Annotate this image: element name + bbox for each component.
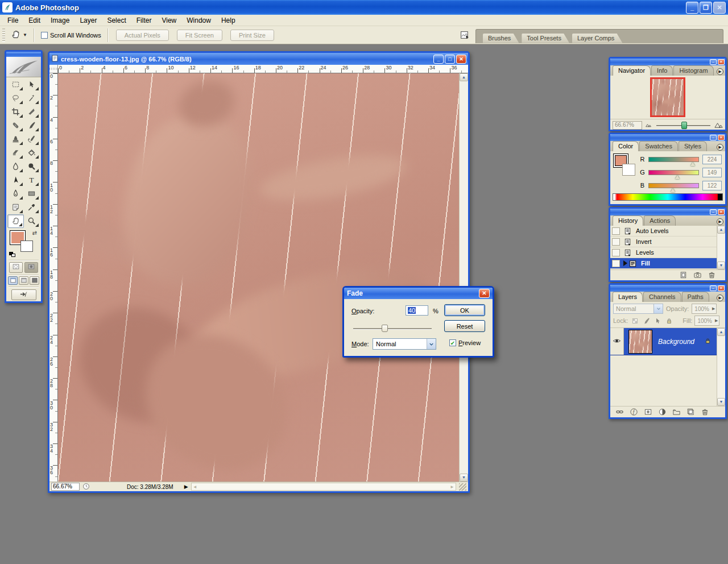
tab-paths[interactable]: Paths xyxy=(682,292,709,302)
fullscreen-button[interactable] xyxy=(30,276,39,285)
doc-minimize-button[interactable]: _ xyxy=(433,55,444,64)
blend-mode-dropdown[interactable]: Normal xyxy=(613,304,663,314)
panel-titlebar[interactable]: – ✕ xyxy=(610,59,725,65)
panel-titlebar[interactable]: – ✕ xyxy=(610,285,725,292)
panel-menu-icon[interactable]: ▶ xyxy=(717,68,723,75)
channel-slider[interactable] xyxy=(648,157,699,162)
chevron-down-icon[interactable] xyxy=(427,339,436,349)
healing-brush-tool[interactable] xyxy=(7,119,24,132)
chevron-down-icon[interactable] xyxy=(653,304,663,313)
opacity-slider[interactable] xyxy=(352,324,433,333)
ok-button[interactable]: OK xyxy=(444,304,485,316)
scroll-all-windows-checkbox[interactable]: Scroll All Windows xyxy=(38,31,104,40)
navigator-zoom-field[interactable]: 66.67% xyxy=(613,121,642,130)
pen-tool[interactable] xyxy=(7,187,24,201)
menu-filter[interactable]: Filter xyxy=(131,15,157,26)
history-source-checkbox[interactable] xyxy=(612,238,620,246)
menu-layer[interactable]: Layer xyxy=(75,15,102,26)
status-page-icon[interactable] xyxy=(82,483,90,491)
lasso-tool[interactable] xyxy=(7,92,24,105)
panel-titlebar[interactable]: – ✕ xyxy=(610,134,725,141)
add-layer-mask-icon[interactable] xyxy=(644,408,652,417)
tab-styles[interactable]: Styles xyxy=(679,141,707,151)
history-item-levels[interactable]: Levels xyxy=(610,247,717,258)
hand-tool[interactable] xyxy=(7,214,24,228)
opacity-input[interactable]: 40 xyxy=(406,305,428,316)
zoom-in-icon[interactable] xyxy=(714,121,723,130)
history-source-checkbox[interactable] xyxy=(612,227,620,235)
menu-window[interactable]: Window xyxy=(181,15,216,26)
tab-channels[interactable]: Channels xyxy=(643,292,681,302)
blur-tool[interactable] xyxy=(7,160,24,173)
current-tool-button[interactable]: ▼ xyxy=(8,28,30,42)
layer-thumbnail[interactable] xyxy=(628,330,652,354)
background-color-swatch[interactable] xyxy=(622,164,635,176)
preview-checkbox[interactable]: ✔ Preview xyxy=(449,339,481,346)
panel-close-button[interactable]: ✕ xyxy=(718,285,725,291)
panel-close-button[interactable]: ✕ xyxy=(718,209,725,215)
crop-tool[interactable] xyxy=(7,105,24,119)
history-source-checkbox[interactable] xyxy=(612,249,620,256)
channel-slider[interactable] xyxy=(648,170,699,175)
layers-scrollbar[interactable]: ▲ ▼ xyxy=(717,328,725,406)
link-layers-icon[interactable] xyxy=(615,408,624,417)
dodge-tool[interactable] xyxy=(24,160,40,173)
brush-tool[interactable] xyxy=(24,119,40,132)
standard-screen-button[interactable] xyxy=(8,276,18,285)
history-scrollbar[interactable]: ▲ ▼ xyxy=(717,226,725,269)
reset-button[interactable]: Reset xyxy=(444,320,485,332)
well-tab-brushes[interactable]: Brushes xyxy=(483,34,519,43)
zoom-level-field[interactable]: 66.67% xyxy=(51,483,80,491)
eyedropper-tool[interactable] xyxy=(24,201,40,214)
channel-slider-thumb[interactable] xyxy=(671,188,675,192)
rectangular-marquee-tool[interactable] xyxy=(7,78,24,92)
horizontal-scrollbar[interactable]: ◄► xyxy=(191,483,456,491)
scroll-up-icon[interactable]: ▲ xyxy=(460,73,468,81)
tab-histogram[interactable]: Histogram xyxy=(673,65,713,76)
notes-tool[interactable] xyxy=(7,201,24,214)
new-snapshot-icon[interactable] xyxy=(693,271,702,280)
adjustment-layer-icon[interactable] xyxy=(658,408,667,417)
navigator-zoom-slider[interactable] xyxy=(655,121,712,130)
menu-edit[interactable]: Edit xyxy=(23,15,46,26)
panel-menu-icon[interactable]: ▶ xyxy=(717,144,723,151)
fade-close-button[interactable]: ✕ xyxy=(479,289,490,298)
delete-layer-icon[interactable] xyxy=(701,408,709,417)
scroll-up-icon[interactable]: ▲ xyxy=(717,328,725,336)
panel-titlebar[interactable]: – ✕ xyxy=(610,209,725,215)
ruler-origin[interactable] xyxy=(49,65,58,73)
vertical-scrollbar[interactable]: ▲ ▼ xyxy=(459,73,468,482)
channel-value-field[interactable]: 122 xyxy=(702,181,722,190)
doc-maximize-button[interactable]: □ xyxy=(445,55,455,64)
path-selection-tool[interactable] xyxy=(7,173,24,187)
history-item-invert[interactable]: Invert xyxy=(610,237,717,247)
layer-row-background[interactable]: Background xyxy=(610,328,717,355)
default-colors-icon[interactable] xyxy=(9,252,16,258)
well-tab-tool-presets[interactable]: Tool Presets xyxy=(522,34,569,43)
panel-close-button[interactable]: ✕ xyxy=(718,135,725,140)
mode-dropdown[interactable]: Normal xyxy=(373,338,436,350)
tab-info[interactable]: Info xyxy=(651,65,673,76)
panel-minimize-button[interactable]: – xyxy=(710,285,717,291)
menu-image[interactable]: Image xyxy=(46,15,75,26)
channel-slider-thumb[interactable] xyxy=(690,162,695,166)
tab-swatches[interactable]: Swatches xyxy=(639,141,678,151)
status-menu-arrow-icon[interactable]: ▶ xyxy=(184,484,188,490)
menu-view[interactable]: View xyxy=(156,15,181,26)
delete-state-icon[interactable] xyxy=(708,271,716,280)
well-tab-layer-comps[interactable]: Layer Comps xyxy=(572,34,622,43)
fade-dialog-titlebar[interactable]: Fade ✕ xyxy=(344,288,493,299)
tab-navigator[interactable]: Navigator xyxy=(613,65,651,76)
new-group-icon[interactable] xyxy=(672,408,681,417)
scroll-up-icon[interactable]: ▲ xyxy=(717,226,725,234)
panel-minimize-button[interactable]: – xyxy=(710,59,717,65)
navigator-slider-thumb[interactable] xyxy=(681,122,687,129)
panel-menu-icon[interactable]: ▶ xyxy=(717,295,723,301)
lock-paint-icon[interactable] xyxy=(642,316,651,325)
menu-select[interactable]: Select xyxy=(102,15,131,26)
slice-tool[interactable] xyxy=(24,105,40,119)
channel-value-field[interactable]: 224 xyxy=(702,155,722,164)
fullscreen-menubar-button[interactable] xyxy=(19,276,28,285)
background-color-swatch[interactable] xyxy=(20,240,33,252)
maximize-button[interactable]: ❐ xyxy=(700,2,712,14)
